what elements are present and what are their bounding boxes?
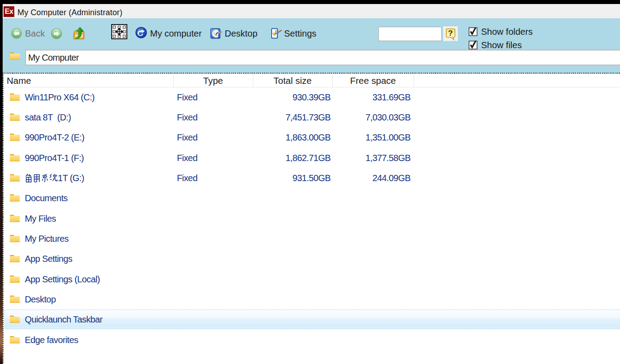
svg-text:?: ? [448,29,452,37]
